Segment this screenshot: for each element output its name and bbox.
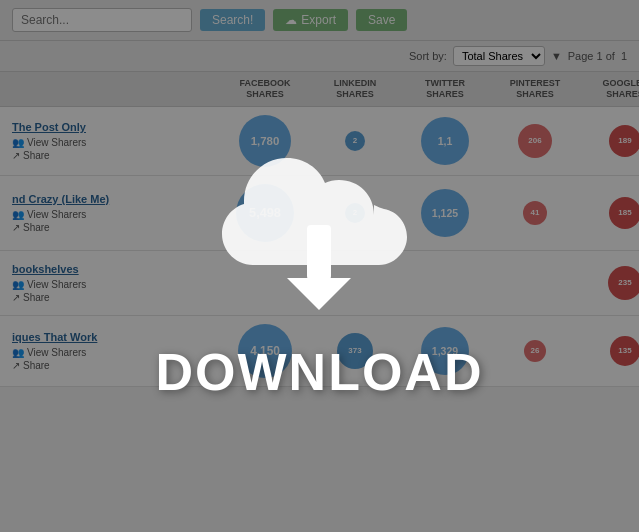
overlay-content: DOWNLOAD bbox=[156, 130, 484, 402]
svg-rect-0 bbox=[307, 225, 331, 280]
download-cloud-icon bbox=[219, 130, 419, 330]
download-overlay[interactable]: DOWNLOAD bbox=[0, 0, 639, 532]
svg-marker-1 bbox=[287, 278, 351, 310]
download-label: DOWNLOAD bbox=[156, 342, 484, 402]
